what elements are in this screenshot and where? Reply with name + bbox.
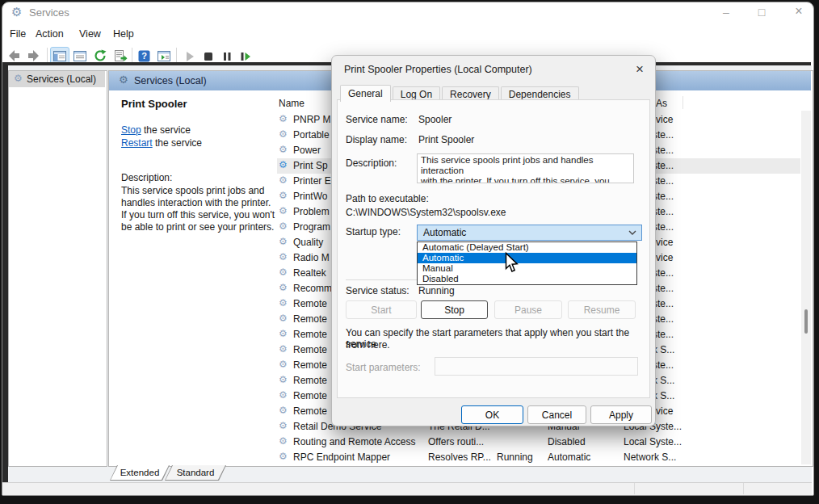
- status-bar-divider: [743, 483, 744, 494]
- footer-tab-standard[interactable]: Standard: [165, 465, 226, 481]
- service-gear-icon: ⚙: [279, 267, 288, 278]
- service-name: Power: [293, 145, 321, 156]
- service-name: PNRP M: [293, 114, 330, 125]
- column-header-log-on-as[interactable]: As: [656, 98, 667, 109]
- close-button[interactable]: ×: [792, 4, 806, 19]
- service-log-on-as: k S...: [653, 375, 674, 386]
- column-header-name[interactable]: Name: [279, 98, 304, 109]
- service-gear-icon: ⚙: [279, 389, 288, 401]
- group-separator: [346, 279, 422, 280]
- service-row[interactable]: ⚙RPC Endpoint MapperResolves RP...Runnin…: [277, 450, 802, 465]
- service-name: Realtek: [293, 267, 326, 279]
- service-name: Print Sp: [293, 160, 328, 171]
- description-line: be able to print or see your printers.: [121, 221, 274, 233]
- properties-icon[interactable]: [71, 48, 89, 64]
- service-gear-icon: ⚙: [279, 328, 288, 339]
- back-icon[interactable]: [5, 48, 23, 64]
- cancel-button[interactable]: Cancel: [527, 405, 586, 424]
- dropdown-option-automatic[interactable]: Automatic: [418, 253, 636, 263]
- services-node-icon: ⚙: [14, 73, 23, 84]
- dialog-close-icon[interactable]: ×: [632, 61, 647, 78]
- description-line: This service spools print jobs and: [121, 185, 264, 196]
- service-name: Remote: [293, 329, 327, 340]
- dialog-tab-general[interactable]: General: [340, 85, 391, 102]
- stop-button[interactable]: Stop: [421, 300, 488, 319]
- ok-button[interactable]: OK: [461, 405, 523, 424]
- service-row[interactable]: ⚙Routing and Remote AccessOffers routi..…: [277, 435, 802, 450]
- dialog-description-box[interactable]: This service spools print jobs and handl…: [417, 153, 634, 183]
- sidebar-item-label: Services (Local): [27, 74, 96, 85]
- footer-tab-extended[interactable]: Extended: [110, 465, 170, 481]
- window-title: Services: [29, 6, 69, 19]
- menu-help[interactable]: Help: [113, 28, 134, 40]
- refresh-icon[interactable]: [91, 48, 109, 64]
- maximize-button[interactable]: □: [754, 6, 769, 19]
- service-status-label: Service status:: [346, 285, 410, 296]
- service-gear-icon: ⚙: [279, 190, 288, 201]
- startup-type-label: Startup type:: [346, 226, 401, 237]
- service-name: PrintWo: [293, 191, 327, 202]
- dialog-title: Print Spooler Properties (Local Computer…: [344, 64, 532, 75]
- show-action-pane-icon[interactable]: [155, 48, 173, 64]
- dropdown-option-automatic-delayed-start-[interactable]: Automatic (Delayed Start): [418, 242, 636, 253]
- minimize-button[interactable]: –: [719, 6, 733, 19]
- service-name: Remote: [293, 344, 327, 355]
- service-startup-type: Disabled: [548, 436, 586, 447]
- export-list-icon[interactable]: [111, 48, 129, 64]
- menu-action[interactable]: Action: [36, 28, 64, 40]
- list-scrollbar-thumb[interactable]: [804, 309, 808, 334]
- dropdown-option-manual[interactable]: Manual: [418, 263, 636, 274]
- resume-button[interactable]: Resume: [568, 300, 636, 319]
- chevron-down-icon: [628, 230, 636, 235]
- service-gear-icon: ⚙: [279, 405, 288, 416]
- status-bar-divider: [634, 483, 635, 494]
- service-name-value: Spooler: [418, 114, 452, 125]
- pause-button[interactable]: Pause: [494, 300, 562, 319]
- screen: ⚙ Services – □ × File Action View Help ?…: [0, 0, 819, 504]
- description-label: Description:: [121, 172, 172, 183]
- services-app-icon: ⚙: [11, 5, 22, 19]
- apply-button[interactable]: Apply: [590, 405, 652, 424]
- start-parameters-label: Start parameters:: [346, 362, 421, 373]
- service-gear-icon: ⚙: [279, 374, 288, 385]
- dropdown-option-disabled[interactable]: Disabled: [418, 274, 636, 284]
- service-name: Portable: [293, 129, 330, 141]
- stop-service-rest: the service: [141, 124, 191, 136]
- dialog-description-line: This service spools print jobs and handl…: [421, 155, 630, 176]
- list-scrollbar[interactable]: [801, 111, 811, 464]
- stop-service-line: Stop the service: [121, 124, 191, 136]
- service-gear-icon: ⚙: [279, 174, 288, 186]
- startup-type-combobox[interactable]: Automatic: [417, 225, 642, 241]
- services-header-label: Services (Local): [134, 75, 207, 86]
- service-name: RPC Endpoint Mapper: [293, 452, 390, 463]
- service-gear-icon: ⚙: [279, 359, 288, 370]
- menu-view[interactable]: View: [79, 28, 101, 40]
- stop-service-link[interactable]: Stop: [121, 124, 141, 136]
- restart-service-rest: the service: [153, 137, 202, 149]
- forward-icon[interactable]: [25, 48, 43, 64]
- service-name: Quality: [293, 237, 323, 248]
- status-bar: [2, 482, 812, 495]
- service-name: Program: [293, 221, 330, 233]
- help-icon[interactable]: ?: [135, 48, 153, 64]
- service-name: Routing and Remote Access: [293, 436, 415, 447]
- column-divider: [682, 96, 683, 109]
- service-name: Remote: [293, 375, 327, 386]
- service-gear-icon: ⚙: [279, 236, 288, 247]
- start-parameters-input[interactable]: [435, 357, 638, 376]
- service-gear-icon: ⚙: [279, 297, 288, 309]
- service-log-on-as: Local Syste...: [624, 436, 682, 447]
- restart-service-link[interactable]: Restart: [121, 137, 153, 149]
- service-gear-icon: ⚙: [279, 159, 288, 170]
- start-params-note: from here.: [346, 339, 390, 351]
- restart-service-line: Restart the service: [121, 137, 202, 149]
- description-line: handles interaction with the printer.: [121, 197, 271, 208]
- service-name: Remote: [293, 313, 327, 325]
- menu-file[interactable]: File: [10, 28, 26, 40]
- console-tree-panel: [8, 70, 107, 467]
- dialog-description-line: with the printer. If you turn off this s…: [421, 176, 630, 183]
- svg-text:?: ?: [141, 51, 147, 61]
- service-name: Problem: [293, 206, 330, 217]
- start-button[interactable]: Start: [346, 300, 417, 319]
- description-line: If you turn off this service, you won't: [121, 209, 275, 220]
